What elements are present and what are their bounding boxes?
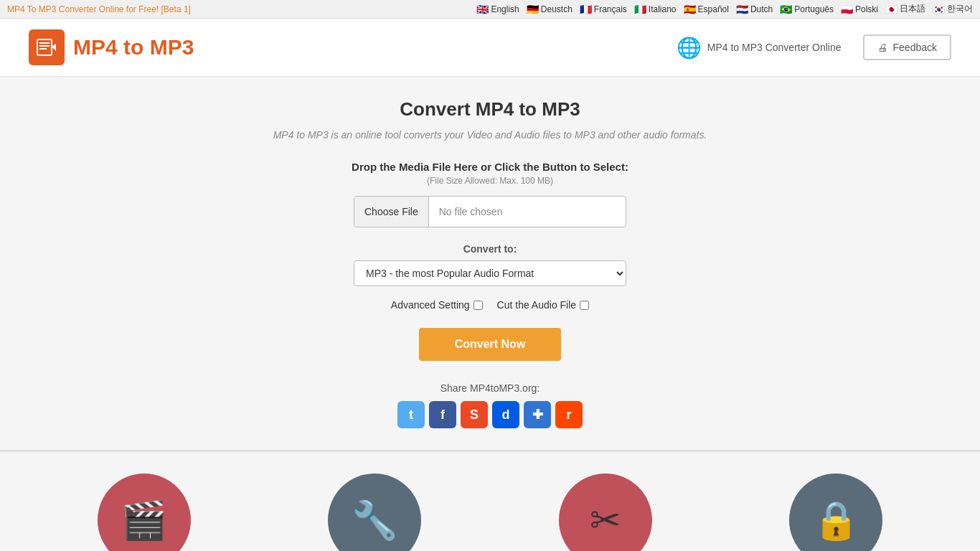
lang-en[interactable]: 🇬🇧English: [476, 4, 519, 15]
lang-de[interactable]: 🇩🇪Deustch: [527, 4, 573, 15]
main-content: Convert MP4 to MP3 MP4 to MP3 is an onli…: [167, 98, 813, 428]
flag-icon: 🇪🇸: [684, 4, 696, 15]
svg-rect-0: [37, 39, 52, 55]
flag-icon: 🇯🇵: [885, 4, 897, 15]
svg-rect-2: [39, 45, 50, 47]
file-size-note: (File Size Allowed: Max. 100 MB): [182, 176, 798, 186]
lang-label: Dutch: [750, 4, 773, 14]
share-icons: tfSd✚r: [182, 401, 798, 428]
share-digg-icon[interactable]: d: [492, 401, 519, 428]
feedback-icon: 🖨: [877, 42, 887, 53]
lang-label: Português: [794, 4, 834, 14]
logo-text: MP4 to MP3: [73, 35, 194, 60]
feedback-button[interactable]: 🖨 Feedback: [863, 34, 951, 60]
lang-fr[interactable]: 🇫🇷Français: [580, 4, 627, 15]
drop-label: Drop the Media File Here or Click the Bu…: [182, 161, 798, 173]
lang-label: Español: [698, 4, 729, 14]
flag-icon: 🇵🇱: [841, 4, 853, 15]
lang-label: Français: [594, 4, 627, 14]
language-list: 🇬🇧English🇩🇪Deustch🇫🇷Français🇮🇹Italiano🇪🇸…: [476, 3, 973, 15]
main-title: Convert MP4 to MP3: [182, 98, 798, 121]
convert-now-button[interactable]: Convert Now: [419, 328, 562, 361]
lang-ja[interactable]: 🇯🇵日本語: [885, 3, 925, 15]
lang-label: English: [491, 4, 519, 14]
flag-icon: 🇮🇹: [634, 4, 646, 15]
flag-icon: 🇬🇧: [476, 4, 489, 15]
svg-rect-3: [39, 48, 47, 50]
bottom-section: 🎬🔧✂🔒MEGALEECHER.NET: [0, 450, 980, 551]
feature-2: ✂: [504, 474, 707, 551]
share-delicious-icon[interactable]: ✚: [524, 401, 551, 428]
feature-3: 🔒: [735, 474, 938, 551]
file-chosen-text: No file chosen: [429, 206, 513, 217]
flag-icon: 🇫🇷: [580, 4, 592, 15]
top-bar-title: MP4 To MP3 Converter Online for Free! [B…: [7, 4, 191, 14]
lang-nl[interactable]: 🇳🇱Dutch: [736, 4, 773, 15]
feature-circle-0: 🎬: [98, 474, 191, 551]
main-subtitle: MP4 to MP3 is an online tool converts yo…: [182, 129, 798, 141]
top-bar-title-main: MP4 To MP3 Converter: [7, 4, 99, 14]
logo-icon: [29, 29, 65, 65]
share-label: Share MP4toMP3.org:: [182, 382, 798, 394]
lang-ko[interactable]: 🇰🇷한국어: [933, 3, 973, 15]
file-input-wrapper: Choose File No file chosen: [182, 196, 798, 227]
feature-circle-1: 🔧: [328, 474, 421, 551]
feedback-label: Feedback: [893, 42, 937, 53]
advanced-setting-item: Advanced Setting: [391, 299, 483, 311]
globe-icon: 🌐: [677, 36, 702, 60]
lang-label: Deustch: [541, 4, 573, 14]
convert-to-label: Convert to:: [182, 243, 798, 255]
advanced-settings-row: Advanced Setting Cut the Audio File: [182, 299, 798, 311]
share-twitter-icon[interactable]: t: [397, 401, 425, 428]
cut-audio-label: Cut the Audio File: [497, 299, 577, 311]
lang-pt[interactable]: 🇧🇷Português: [780, 4, 834, 15]
top-bar-title-highlight: Online for Free! [Beta 1]: [99, 4, 191, 14]
advanced-setting-checkbox[interactable]: [473, 301, 483, 310]
share-section: Share MP4toMP3.org: tfSd✚r: [182, 382, 798, 428]
svg-rect-1: [39, 42, 50, 44]
lang-es[interactable]: 🇪🇸Español: [684, 4, 729, 15]
flag-icon: 🇩🇪: [527, 4, 539, 15]
advanced-setting-label: Advanced Setting: [391, 299, 470, 311]
site-link[interactable]: 🌐 MP4 to MP3 Converter Online: [677, 36, 842, 60]
flag-icon: 🇰🇷: [933, 4, 945, 15]
logo-area: MP4 to MP3: [29, 29, 194, 65]
format-select[interactable]: MP3 - the most Popular Audio FormatAAC -…: [354, 260, 626, 286]
choose-file-button[interactable]: Choose File: [354, 197, 429, 227]
flag-icon: 🇧🇷: [780, 4, 792, 15]
feature-circle-2: ✂: [559, 474, 652, 551]
site-link-text: MP4 to MP3 Converter Online: [707, 42, 842, 53]
header-right: 🌐 MP4 to MP3 Converter Online 🖨 Feedback: [677, 34, 951, 60]
feature-0: 🎬: [42, 474, 245, 551]
lang-label: 日本語: [900, 3, 925, 15]
flag-icon: 🇳🇱: [736, 4, 748, 15]
lang-label: Italiano: [649, 4, 677, 14]
feature-circle-3: 🔒: [789, 474, 882, 551]
share-stumbleupon-icon[interactable]: S: [461, 401, 488, 428]
feature-1: 🔧: [273, 474, 476, 551]
lang-pl[interactable]: 🇵🇱Polski: [841, 4, 878, 15]
share-facebook-icon[interactable]: f: [429, 401, 456, 428]
cut-audio-checkbox[interactable]: [580, 301, 589, 310]
top-bar: MP4 To MP3 Converter Online for Free! [B…: [0, 0, 980, 19]
lang-label: 한국어: [947, 3, 973, 15]
lang-label: Polski: [855, 4, 878, 14]
lang-it[interactable]: 🇮🇹Italiano: [634, 4, 677, 15]
cut-audio-item: Cut the Audio File: [497, 299, 590, 311]
file-input-box: Choose File No file chosen: [354, 196, 626, 227]
header: MP4 to MP3 🌐 MP4 to MP3 Converter Online…: [0, 19, 980, 77]
share-reddit-icon[interactable]: r: [555, 401, 583, 428]
